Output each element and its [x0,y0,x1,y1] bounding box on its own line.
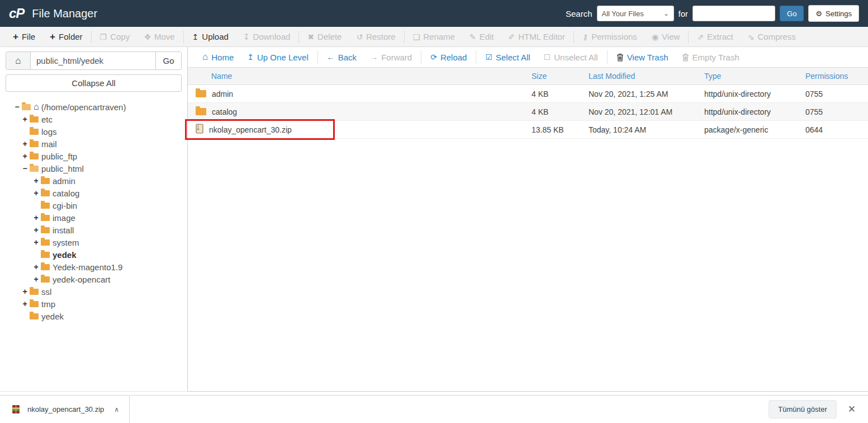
table-body: admin4 KBNov 20, 2021, 1:25 AMhttpd/unix… [188,85,868,139]
search-scope-select[interactable]: All Your Files ⌄ [597,6,674,21]
tree-item-public-html[interactable]: −public_html [6,162,182,175]
toolbar-button-file[interactable]: +File [6,27,42,46]
tree-item-yedek[interactable]: yedek [6,310,182,322]
column-header-type[interactable]: Type [704,72,805,81]
gear-icon: ⚙ [815,10,822,18]
compress-icon: ⇘ [748,32,755,41]
toolbar-separator [573,31,574,43]
toolbar-button-label: Extract [707,32,733,41]
permissions-cell: 0755 [805,90,868,98]
downloaded-file-chip[interactable]: nkolay_opencart_30.zip ∧ [0,396,129,423]
tree-item-tmp[interactable]: +tmp [6,298,182,310]
collapse-icon[interactable]: − [21,164,29,173]
toolbar-button-upload[interactable]: ↥Upload [185,27,236,46]
expand-icon[interactable]: + [32,225,40,234]
unselect-all-icon: ☐ [544,53,551,62]
path-input[interactable] [31,52,155,69]
collapse-all-button[interactable]: Collapse All [6,74,182,92]
file-name-cell[interactable]: catalog [188,107,532,116]
file-row-admin[interactable]: admin4 KBNov 20, 2021, 1:25 AMhttpd/unix… [188,85,868,103]
nav-button-unselect-all: ☐Unselect All [537,53,605,62]
search-input[interactable] [692,6,775,21]
expand-icon[interactable]: + [21,115,29,124]
tree-item-mail[interactable]: +mail [6,138,182,150]
file-row-catalog[interactable]: catalog4 KBNov 20, 2021, 12:01 AMhttpd/u… [188,103,868,121]
toolbar-button-delete: ✖Delete [300,27,349,46]
nav-button-home[interactable]: ⌂Home [196,51,240,63]
zip-file-icon [11,405,21,414]
expand-icon[interactable]: + [32,275,40,284]
tree-item-image[interactable]: +image [6,212,182,224]
last-modified-cell: Nov 20, 2021, 12:01 AM [589,107,704,116]
tree-item-label: logs [41,127,57,137]
search-group: Search All Your Files ⌄ for Go ⚙Settings [566,5,859,22]
tree-item-catalog[interactable]: +catalog [6,187,182,199]
reload-icon: ⟳ [430,53,437,62]
expand-icon[interactable]: + [32,213,40,222]
nav-button-up-one-level[interactable]: ↥Up One Level [240,53,315,62]
toolbar-button-compress: ⇘Compress [741,27,803,46]
search-scope-value: All Your Files [602,10,644,18]
tree-item-logs[interactable]: logs [6,125,182,138]
file-name-cell[interactable]: admin [188,90,532,98]
folder-icon [41,215,50,221]
nav-button-view-trash[interactable]: View Trash [610,53,675,62]
file-name-cell[interactable]: nkolay_opencart_30.zip [188,124,532,135]
expand-icon[interactable]: + [21,299,29,308]
expand-icon[interactable]: + [32,189,40,198]
column-header-name[interactable]: Name [188,72,532,81]
column-header-size[interactable]: Size [532,72,589,81]
path-go-button[interactable]: Go [155,52,181,69]
tree-item-yedek-magento1-9[interactable]: +Yedek-magento1.9 [6,261,182,273]
settings-button[interactable]: ⚙Settings [808,5,859,22]
toolbar-separator [476,50,476,64]
nav-button-select-all[interactable]: ☑Select All [478,53,537,62]
tree-item-yedek[interactable]: yedek [6,248,182,261]
tree-item-label: admin [53,176,75,186]
last-modified-cell: Today, 10:24 AM [589,125,704,134]
tree-item-admin[interactable]: +admin [6,175,182,187]
home-icon: ⌂ [202,51,208,63]
folder-icon [41,227,50,233]
show-all-downloads-button[interactable]: Tümünü göster [769,400,836,419]
nav-toolbar: ⌂Home↥Up One Level←Back→Forward⟳Reload☑S… [188,47,868,68]
tree-item-system[interactable]: +system [6,236,182,248]
cpanel-logo: cP [9,6,24,21]
search-go-button[interactable]: Go [780,6,804,21]
tree-item-yedek-opencart[interactable]: +yedek-opencart [6,273,182,285]
tree-item-public-ftp[interactable]: +public_ftp [6,150,182,162]
toolbar-button-label: HTML Editor [518,32,565,41]
collapse-icon[interactable]: − [13,102,21,111]
tree-item-ssl[interactable]: +ssl [6,285,182,298]
column-header-last-modified[interactable]: Last Modified [589,72,704,81]
forward-icon: → [370,53,378,62]
plus-icon: + [13,31,18,43]
app-header: cP File Manager Search All Your Files ⌄ … [0,0,868,27]
folder-icon [196,108,206,115]
close-icon[interactable]: ✕ [848,403,856,415]
file-row-nkolay-opencart-30-zip[interactable]: nkolay_opencart_30.zip13.85 KBToday, 10:… [188,121,868,139]
expand-icon[interactable]: + [21,287,29,296]
expand-icon[interactable]: + [21,139,29,148]
tree-item-install[interactable]: +install [6,224,182,236]
home-icon[interactable]: ⌂ [6,52,31,69]
tree-item-cgi-bin[interactable]: cgi-bin [6,199,182,212]
tree-item-etc[interactable]: +etc [6,113,182,125]
toolbar-separator [317,50,318,64]
toolbar-button-folder[interactable]: +Folder [42,27,89,46]
expand-icon[interactable]: + [32,238,40,247]
nav-button-back[interactable]: ←Back [320,53,363,62]
folder-icon [30,313,39,319]
expand-icon[interactable]: + [32,262,40,271]
tree-item-home-opencartraven[interactable]: −⌂(/home/opencartraven) [6,101,182,113]
expand-icon[interactable]: + [32,176,40,185]
rename-icon: ❑ [413,32,420,41]
expand-icon[interactable]: + [21,152,29,161]
column-header-permissions[interactable]: Permissions [805,72,868,81]
folder-icon [196,90,206,97]
edit-icon: ✎ [469,32,476,41]
up-icon: ↥ [247,53,254,62]
chevron-up-icon[interactable]: ∧ [114,406,119,413]
nav-button-reload[interactable]: ⟳Reload [424,53,473,62]
nav-button-label: View Trash [627,53,668,62]
